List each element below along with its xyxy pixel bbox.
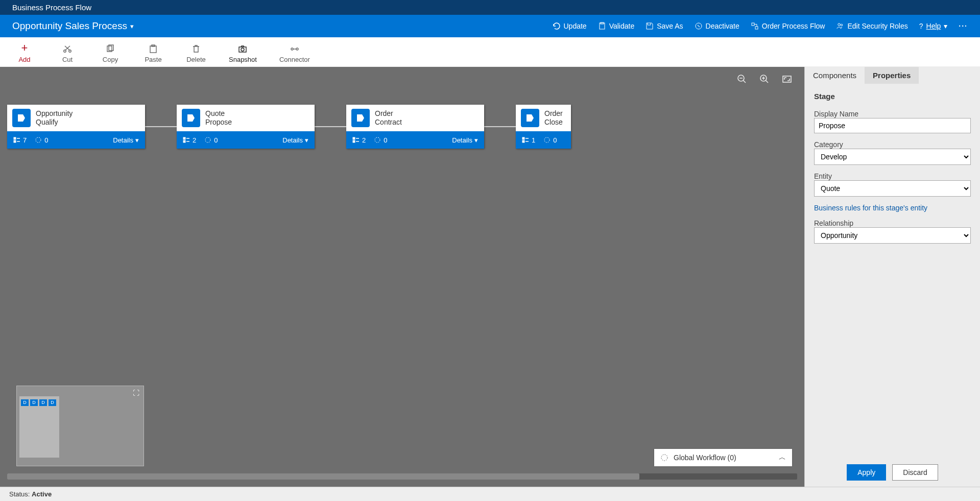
category-select[interactable]: Develop <box>814 149 971 165</box>
trash-icon <box>192 44 201 54</box>
svg-rect-30 <box>522 140 524 142</box>
paste-icon <box>149 44 158 54</box>
relationship-select[interactable]: Opportunity <box>814 227 971 244</box>
paste-button[interactable]: Paste <box>143 44 163 63</box>
order-flow-label: Order Process Flow <box>762 22 825 30</box>
scissors-icon <box>63 44 72 54</box>
plus-icon: + <box>21 42 28 54</box>
svg-rect-27 <box>353 140 355 142</box>
business-rules-link[interactable]: Business rules for this stage's entity <box>814 204 971 212</box>
stage-card[interactable]: Opportunity Qualify 7 0 Details▾ <box>7 105 145 149</box>
validate-label: Validate <box>609 22 635 30</box>
scrollbar-thumb[interactable] <box>7 473 639 480</box>
security-label: Edit Security Roles <box>847 22 907 30</box>
global-workflow-bar[interactable]: Global Workflow (0) ︿ <box>654 449 792 466</box>
stage-icon <box>351 109 370 127</box>
stage-entity: Opportunity <box>36 109 73 118</box>
title-bar: Business Process Flow <box>0 0 980 15</box>
stage-card[interactable]: Order Close 1 0 <box>516 105 571 149</box>
copy-icon <box>106 44 115 54</box>
zoom-out-button[interactable] <box>737 74 747 84</box>
category-label: Category <box>814 140 843 149</box>
add-button[interactable]: + Add <box>14 42 35 63</box>
svg-point-7 <box>64 50 66 52</box>
camera-icon <box>238 44 247 54</box>
stage-name: Close <box>544 118 563 127</box>
steps-count: 7 <box>13 136 27 144</box>
svg-point-5 <box>838 23 840 26</box>
deactivate-icon <box>695 22 703 30</box>
process-title[interactable]: Opportunity Sales Process ▾ <box>12 20 134 32</box>
svg-rect-20 <box>14 137 16 139</box>
svg-rect-24 <box>183 140 185 142</box>
properties-panel: Components Properties Stage Display Name… <box>804 67 980 487</box>
steps-count: 2 <box>352 136 366 144</box>
svg-rect-4 <box>755 27 758 29</box>
svg-rect-23 <box>183 137 185 139</box>
help-label: Help <box>926 22 941 30</box>
chevron-up-icon[interactable]: ︿ <box>779 453 786 462</box>
relationship-label: Relationship <box>814 219 853 227</box>
chevron-down-icon: ▾ <box>130 22 134 30</box>
section-title: Stage <box>814 92 971 101</box>
svg-point-8 <box>69 50 71 52</box>
svg-rect-3 <box>752 23 754 26</box>
add-label: Add <box>18 56 30 63</box>
tab-components[interactable]: Components <box>805 67 865 84</box>
stage-entity: Order <box>375 109 402 118</box>
display-name-label: Display Name <box>814 110 858 118</box>
details-toggle[interactable]: Details▾ <box>282 136 308 144</box>
horizontal-scrollbar[interactable] <box>7 473 797 480</box>
paste-label: Paste <box>145 56 161 63</box>
more-button[interactable]: ··· <box>959 22 968 30</box>
stage-connector <box>315 126 346 127</box>
connector-button[interactable]: Connector <box>279 44 310 63</box>
svg-point-16 <box>296 48 298 50</box>
workflows-count: 0 <box>35 136 48 144</box>
command-bar: Opportunity Sales Process ▾ Update Valid… <box>0 15 980 37</box>
svg-point-31 <box>544 137 549 142</box>
validate-button[interactable]: Validate <box>598 22 635 30</box>
cut-button[interactable]: Cut <box>57 44 78 63</box>
tab-properties[interactable]: Properties <box>865 67 919 84</box>
svg-point-22 <box>36 137 41 142</box>
stage-name: Contract <box>375 118 402 127</box>
flow-icon <box>751 22 759 30</box>
expand-icon[interactable]: ⛶ <box>133 389 139 397</box>
global-workflow-label: Global Workflow (0) <box>674 454 736 462</box>
help-button[interactable]: ? Help ▾ <box>919 22 948 30</box>
saveas-button[interactable]: Save As <box>646 22 683 30</box>
workflows-count: 0 <box>543 136 557 144</box>
update-label: Update <box>564 22 587 30</box>
display-name-input[interactable] <box>814 118 971 133</box>
snapshot-button[interactable]: Snapshot <box>229 44 257 63</box>
save-icon <box>646 22 654 30</box>
security-button[interactable]: Edit Security Roles <box>836 22 907 30</box>
deactivate-button[interactable]: Deactivate <box>695 22 739 30</box>
svg-point-32 <box>661 455 667 461</box>
stage-entity: Order <box>544 109 563 118</box>
edit-toolbar: + Add Cut Copy Paste Delete Snapshot Con… <box>0 37 980 67</box>
update-button[interactable]: Update <box>553 22 587 30</box>
minimap[interactable]: ⛶ DDDD <box>16 386 144 466</box>
fit-screen-button[interactable] <box>782 74 792 84</box>
stage-connector <box>484 126 516 127</box>
entity-select[interactable]: Quote <box>814 180 971 197</box>
copy-button[interactable]: Copy <box>100 44 121 63</box>
order-flow-button[interactable]: Order Process Flow <box>751 22 825 30</box>
chevron-down-icon: ▾ <box>474 136 478 144</box>
designer-canvas[interactable]: Opportunity Qualify 7 0 Details▾ <box>0 67 804 487</box>
delete-button[interactable]: Delete <box>186 44 206 63</box>
details-toggle[interactable]: Details▾ <box>113 136 139 144</box>
discard-button[interactable]: Discard <box>892 464 938 481</box>
cut-label: Cut <box>62 56 73 63</box>
stage-card[interactable]: Quote Propose 2 0 Details▾ <box>177 105 315 149</box>
entity-label: Entity <box>814 172 832 180</box>
stage-connector <box>145 126 177 127</box>
details-toggle[interactable]: Details▾ <box>452 136 478 144</box>
svg-point-25 <box>205 137 210 142</box>
zoom-in-button[interactable] <box>759 74 770 84</box>
deactivate-label: Deactivate <box>706 22 739 30</box>
stage-card[interactable]: Order Contract 2 0 Details▾ <box>346 105 484 149</box>
apply-button[interactable]: Apply <box>847 464 886 481</box>
